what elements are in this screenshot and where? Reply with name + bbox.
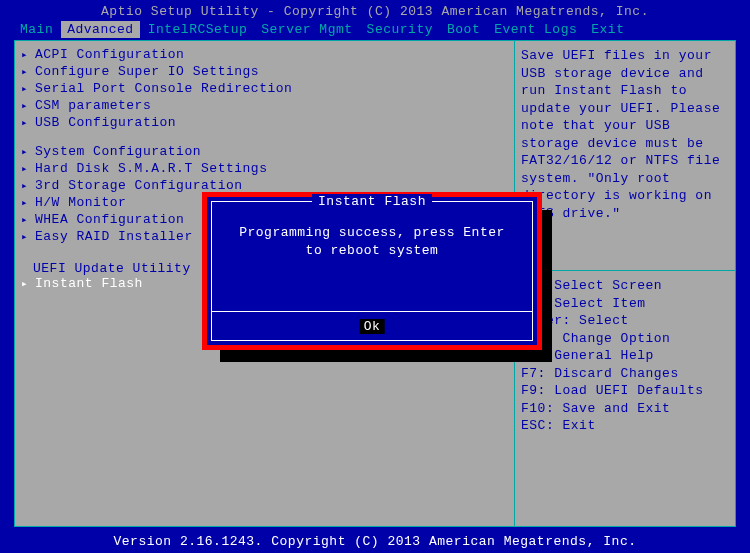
tab-main[interactable]: Main <box>14 21 59 38</box>
menu-label: H/W Monitor <box>35 195 126 212</box>
key-select-item: ^v: Select Item <box>521 295 729 313</box>
key-select-screen: ><: Select Screen <box>521 277 729 295</box>
submenu-arrow-icon <box>21 229 35 246</box>
key-change-option: +/-: Change Option <box>521 330 729 348</box>
submenu-arrow-icon <box>21 195 35 212</box>
menu-acpi-configuration[interactable]: ACPI Configuration <box>19 47 510 64</box>
menu-usb-configuration[interactable]: USB Configuration <box>19 115 510 132</box>
tab-advanced[interactable]: Advanced <box>61 21 139 38</box>
dialog-title: Instant Flash <box>312 194 432 209</box>
key-select: Enter: Select <box>521 312 729 330</box>
menu-label: Easy RAID Installer <box>35 229 193 246</box>
tab-event-logs[interactable]: Event Logs <box>488 21 583 38</box>
dialog-divider <box>212 311 532 312</box>
tab-security[interactable]: Security <box>361 21 439 38</box>
menu-label: Configure Super IO Settings <box>35 64 259 81</box>
menu-label: Hard Disk S.M.A.R.T Settings <box>35 161 267 178</box>
submenu-arrow-icon <box>21 161 35 178</box>
menu-label: ACPI Configuration <box>35 47 184 64</box>
instant-flash-dialog: Instant Flash Programming success, press… <box>207 197 537 345</box>
tab-boot[interactable]: Boot <box>441 21 486 38</box>
key-general-help: F1: General Help <box>521 347 729 365</box>
key-save-exit: F10: Save and Exit <box>521 400 729 418</box>
submenu-arrow-icon <box>21 98 35 115</box>
key-discard-changes: F7: Discard Changes <box>521 365 729 383</box>
submenu-arrow-icon <box>21 47 35 64</box>
menu-label: USB Configuration <box>35 115 176 132</box>
submenu-arrow-icon <box>21 81 35 98</box>
submenu-arrow-icon <box>21 64 35 81</box>
submenu-arrow-icon <box>21 178 35 195</box>
utility-title: Aptio Setup Utility - Copyright (C) 2013… <box>0 0 750 21</box>
key-esc-exit: ESC: Exit <box>521 417 729 435</box>
menu-label: System Configuration <box>35 144 201 161</box>
menu-label: WHEA Configuration <box>35 212 184 229</box>
version-footer: Version 2.16.1243. Copyright (C) 2013 Am… <box>0 534 750 549</box>
tab-intelrcsetup[interactable]: IntelRCSetup <box>142 21 254 38</box>
tab-bar: Main Advanced IntelRCSetup Server Mgmt S… <box>0 21 750 42</box>
ok-button[interactable]: Ok <box>360 319 385 334</box>
menu-label: Instant Flash <box>35 276 143 293</box>
dialog-highlight-border: Instant Flash Programming success, press… <box>202 192 542 350</box>
menu-super-io[interactable]: Configure Super IO Settings <box>19 64 510 81</box>
menu-smart-settings[interactable]: Hard Disk S.M.A.R.T Settings <box>19 161 510 178</box>
submenu-arrow-icon <box>21 276 35 293</box>
menu-csm-parameters[interactable]: CSM parameters <box>19 98 510 115</box>
tab-server-mgmt[interactable]: Server Mgmt <box>255 21 358 38</box>
submenu-arrow-icon <box>21 115 35 132</box>
ok-button-label: Ok <box>360 319 385 334</box>
tab-exit[interactable]: Exit <box>585 21 630 38</box>
menu-label: CSM parameters <box>35 98 151 115</box>
key-load-defaults: F9: Load UEFI Defaults <box>521 382 729 400</box>
menu-system-configuration[interactable]: System Configuration <box>19 144 510 161</box>
menu-label: Serial Port Console Redirection <box>35 81 292 98</box>
submenu-arrow-icon <box>21 212 35 229</box>
submenu-arrow-icon <box>21 144 35 161</box>
dialog-message: Programming success, press Enter to rebo… <box>212 202 532 260</box>
menu-serial-redirect[interactable]: Serial Port Console Redirection <box>19 81 510 98</box>
